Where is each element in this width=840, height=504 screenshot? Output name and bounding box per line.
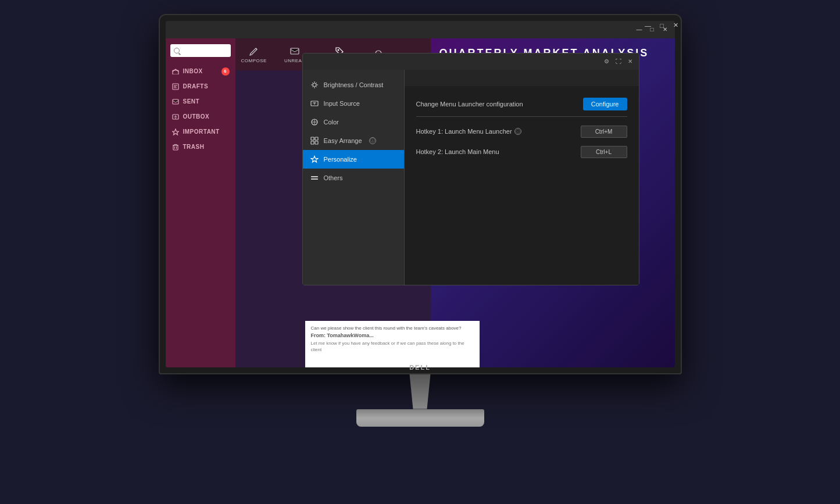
hotkey-1-input[interactable] [581, 126, 627, 138]
dmp-sidebar: Brightness / Contrast Input Source [303, 70, 405, 285]
svg-rect-15 [315, 141, 318, 144]
app-minimize-btn[interactable]: — [635, 26, 644, 34]
brightness-icon [310, 80, 319, 90]
drafts-icon [171, 83, 180, 91]
os-close-btn[interactable]: ✕ [671, 21, 681, 30]
configure-button[interactable]: Configure [583, 98, 627, 110]
email-body: Let me know if you have any feedback or … [311, 340, 474, 353]
personalize-label: Personalize [324, 156, 357, 163]
hotkey-2-input[interactable] [581, 146, 627, 158]
sidebar-item-outbox[interactable]: OUTBOX [166, 109, 235, 124]
email-preview-header: Can we please show the client this round… [311, 326, 474, 331]
arrange-label: Easy Arrange [324, 137, 362, 144]
sent-icon [171, 98, 180, 106]
svg-rect-17 [311, 176, 318, 177]
dmp-titlebar: ⚙ ⛶ ✕ [303, 53, 639, 70]
input-source-label: Input Source [324, 100, 360, 107]
monitor-bezel: — □ ✕ INBOX 6 [159, 14, 682, 374]
toolbar-compose[interactable]: COMPOSE [241, 45, 267, 63]
compose-icon [248, 45, 260, 57]
personalize-icon [310, 155, 319, 164]
svg-marker-16 [311, 156, 318, 162]
others-icon [310, 173, 319, 183]
email-preview: Can we please show the client this round… [305, 321, 480, 367]
inbox-label: INBOX [183, 68, 203, 74]
monitor-stand-base [356, 409, 484, 427]
sidebar-item-inbox[interactable]: INBOX 6 [166, 64, 235, 79]
email-from: From: TomahawkWoma... [311, 333, 474, 338]
monitor-screen: — □ ✕ INBOX 6 [166, 21, 675, 367]
trash-icon [171, 143, 180, 151]
arrange-icon [310, 136, 319, 145]
svg-rect-5 [173, 145, 178, 150]
svg-marker-4 [172, 129, 178, 135]
hotkey-1-info-icon: ⓘ [514, 128, 521, 135]
hotkey-1-label: Hotkey 1: Launch Menu Launcher ⓘ [416, 128, 581, 135]
os-maximize-btn[interactable]: □ [657, 21, 667, 30]
compose-label: COMPOSE [241, 58, 267, 63]
monitor-stand-neck [403, 374, 438, 409]
arrange-info-icon: ⓘ [369, 137, 376, 144]
hotkey-row-1: Hotkey 1: Launch Menu Launcher ⓘ [416, 126, 627, 138]
svg-rect-13 [315, 137, 318, 140]
dmp-close-btn[interactable]: ✕ [626, 58, 634, 66]
color-icon [310, 117, 319, 127]
sidebar-item-sent[interactable]: SENT [166, 94, 235, 109]
dmp-item-input[interactable]: Input Source [303, 94, 404, 113]
dmp-content-title: Change Menu Launcher configuration [416, 101, 523, 108]
email-sidebar: INBOX 6 DRAFTS SENT [166, 38, 235, 367]
drafts-label: DRAFTS [183, 83, 209, 90]
main-content: COMPOSE UNREAD CATEGORIZ [235, 38, 675, 367]
dmp-item-brightness[interactable]: Brightness / Contrast [303, 76, 404, 94]
dell-logo: DELL [409, 364, 431, 371]
important-label: IMPORTANT [183, 128, 220, 135]
outbox-label: OUTBOX [183, 113, 210, 120]
os-minimize-btn[interactable]: — [644, 21, 653, 30]
others-label: Others [324, 174, 343, 181]
svg-point-9 [313, 83, 316, 87]
dmp-item-arrange[interactable]: Easy Arrange ⓘ [303, 131, 404, 150]
dmp-settings-btn[interactable]: ⚙ [603, 58, 611, 66]
unread-icon [289, 45, 301, 57]
sidebar-item-drafts[interactable]: DRAFTS [166, 79, 235, 94]
input-icon [310, 99, 319, 108]
brightness-label: Brightness / Contrast [324, 81, 384, 88]
os-window-controls: — □ ✕ [644, 21, 681, 30]
search-box[interactable] [170, 44, 231, 57]
dmp-content-header: Change Menu Launcher configuration Confi… [416, 98, 627, 117]
sent-label: SENT [183, 98, 200, 105]
app-titlebar: — □ ✕ [166, 21, 675, 38]
important-icon [171, 128, 180, 136]
svg-rect-18 [311, 178, 318, 180]
svg-rect-12 [311, 137, 314, 140]
hotkey-2-label: Hotkey 2: Launch Main Menu [416, 148, 581, 155]
dmp-item-color[interactable]: Color [303, 113, 404, 131]
svg-point-7 [337, 49, 339, 51]
dmp-item-personalize[interactable]: Personalize [303, 150, 404, 169]
sidebar-item-important[interactable]: IMPORTANT [166, 124, 235, 140]
trash-label: TRASH [183, 144, 205, 150]
app-area: INBOX 6 DRAFTS SENT [166, 38, 675, 367]
monitor-outer: — □ ✕ — □ ✕ [153, 14, 688, 491]
inbox-badge: 6 [221, 67, 230, 76]
inbox-icon [171, 67, 180, 76]
svg-rect-14 [311, 141, 314, 144]
dmp-content: Change Menu Launcher configuration Confi… [405, 86, 639, 285]
dmp-expand-btn[interactable]: ⛶ [614, 58, 623, 66]
sidebar-item-trash[interactable]: TRASH [166, 140, 235, 155]
search-icon [174, 48, 180, 53]
dmp-panel: ⚙ ⛶ ✕ [302, 53, 639, 285]
hotkey-row-2: Hotkey 2: Launch Main Menu [416, 146, 627, 158]
dmp-item-others[interactable]: Others [303, 169, 404, 187]
outbox-icon [171, 113, 180, 121]
color-label: Color [324, 119, 339, 126]
